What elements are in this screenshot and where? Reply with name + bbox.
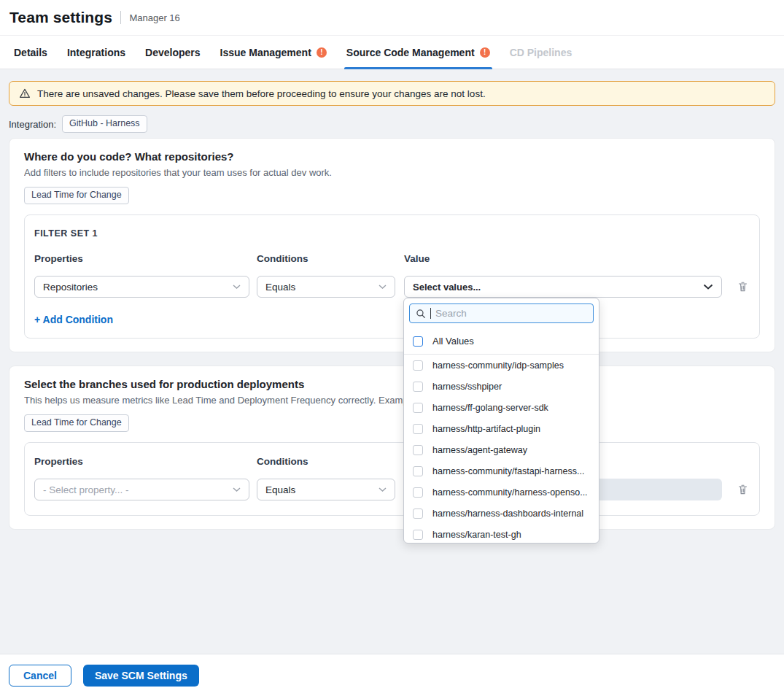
property-select[interactable]: - Select property... - (34, 479, 249, 500)
value-label: Value (404, 253, 722, 264)
repo-option[interactable]: harness/sshpiper (404, 376, 599, 397)
condition-select[interactable]: Equals (257, 276, 395, 298)
warning-badge-icon: ! (317, 47, 327, 58)
checkbox[interactable] (413, 445, 423, 455)
repo-option[interactable]: harness/harness-dashboards-internal (404, 503, 599, 524)
checkbox[interactable] (413, 530, 423, 540)
tab-details[interactable]: Details (14, 36, 47, 69)
repo-option-label: harness-community/idp-samples (432, 360, 564, 371)
properties-label: Properties (34, 456, 249, 467)
repo-option[interactable]: harness-community/harness-openso... (404, 482, 599, 503)
repo-option[interactable]: harness/ff-golang-server-sdk (404, 397, 599, 418)
tab-developers[interactable]: Developers (145, 36, 200, 69)
text-cursor (430, 308, 431, 319)
property-select-placeholder: - Select property... - (43, 484, 129, 495)
trash-icon (737, 281, 748, 293)
integration-chip[interactable]: GitHub - Harness (62, 115, 147, 133)
checkbox[interactable] (413, 466, 423, 476)
checkbox[interactable] (413, 382, 423, 392)
trash-icon (737, 484, 748, 495)
chevron-down-icon (233, 487, 241, 492)
tab-source-code-management[interactable]: Source Code Management ! (346, 36, 490, 69)
value-dropdown-panel: Search All Values harness-community/idp-… (403, 298, 599, 544)
repo-option-label: harness-community/fastapi-harness... (432, 466, 584, 476)
filter-set-1: FILTER SET 1 Properties Conditions Value… (24, 214, 760, 339)
save-scm-settings-button[interactable]: Save SCM Settings (83, 665, 199, 687)
chevron-down-icon (703, 284, 713, 290)
checkbox[interactable] (413, 509, 423, 519)
checkbox[interactable] (413, 487, 423, 498)
delete-filter-button[interactable] (735, 482, 750, 498)
repositories-card: Where do you code? What repositories? Ad… (9, 138, 775, 352)
tab-label: Source Code Management (346, 47, 475, 58)
chevron-down-icon (233, 285, 241, 290)
branches-card-title: Select the branches used for production … (24, 378, 760, 390)
add-condition-link[interactable]: + Add Condition (34, 314, 113, 325)
tab-label: Details (14, 47, 47, 58)
condition-select-value: Equals (265, 282, 295, 293)
footer-action-bar: Cancel Save SCM Settings (0, 654, 784, 696)
value-select-placeholder: Select values... (413, 282, 481, 293)
repo-option[interactable]: harness/karan-test-gh (404, 524, 599, 544)
tab-label: Developers (145, 47, 200, 58)
repositories-card-title: Where do you code? What repositories? (24, 150, 760, 163)
page-title: Team settings (9, 9, 112, 26)
checkbox[interactable] (413, 424, 423, 434)
tab-cd-pipelines: CD Pipelines (510, 36, 573, 69)
search-placeholder: Search (435, 308, 467, 319)
conditions-label: Conditions (257, 456, 395, 467)
integration-label: Integration: (9, 119, 56, 130)
dropdown-search-input[interactable]: Search (409, 303, 594, 323)
unsaved-changes-banner: There are unsaved changes. Please save t… (9, 81, 775, 106)
branches-card: Select the branches used for production … (9, 366, 775, 530)
branches-card-subtitle: This helps us measure metrics like Lead … (24, 395, 760, 406)
chevron-down-icon (379, 487, 387, 492)
property-select-value: Repositories (43, 282, 98, 293)
properties-label: Properties (34, 253, 249, 264)
repo-option[interactable]: harness-community/fastapi-harness... (404, 460, 599, 482)
repo-option-label: harness/agent-gateway (432, 445, 527, 455)
value-multiselect[interactable]: Select values... (404, 276, 722, 298)
banner-text: There are unsaved changes. Please save t… (37, 88, 486, 99)
filter-set-title: FILTER SET 1 (34, 228, 750, 239)
chevron-down-icon (379, 285, 387, 290)
tab-integrations[interactable]: Integrations (67, 36, 125, 69)
repo-option-label: harness-community/harness-openso... (432, 487, 588, 498)
repo-option-label: harness/harness-dashboards-internal (432, 509, 583, 519)
checkbox[interactable] (413, 403, 423, 413)
title-divider (120, 11, 122, 24)
warning-badge-icon: ! (480, 47, 490, 58)
lead-time-chip: Lead Time for Change (24, 187, 129, 204)
tab-issue-management[interactable]: Issue Management ! (220, 36, 327, 69)
all-values-option[interactable]: All Values (404, 328, 599, 355)
repo-option-label: harness/ff-golang-server-sdk (432, 403, 548, 413)
property-select[interactable]: Repositories (34, 276, 249, 298)
lead-time-chip: Lead Time for Change (24, 414, 129, 432)
repo-option[interactable]: harness/http-artifact-plugin (404, 418, 599, 439)
condition-select-value: Equals (265, 484, 295, 495)
checkbox[interactable] (413, 360, 423, 371)
condition-select[interactable]: Equals (257, 479, 395, 500)
repo-option-label: harness/http-artifact-plugin (432, 424, 540, 434)
search-icon (416, 309, 426, 319)
integration-row: Integration: GitHub - Harness (9, 116, 775, 132)
branches-filter-set: Properties Conditions - Select property.… (24, 442, 760, 516)
tab-label: CD Pipelines (510, 47, 573, 58)
checkbox-all-values[interactable] (413, 336, 423, 347)
delete-filter-button[interactable] (735, 279, 750, 295)
filter-labels-row: Properties Conditions (34, 456, 750, 467)
repositories-card-subtitle: Add filters to include repositories that… (24, 167, 760, 178)
filter-controls-row: - Select property... - Equals (34, 479, 750, 500)
repo-option[interactable]: harness/agent-gateway (404, 439, 599, 460)
filter-controls-row: Repositories Equals Select values... (34, 276, 750, 298)
repo-option-label: harness/karan-test-gh (432, 530, 521, 540)
all-values-label: All Values (432, 336, 474, 347)
repo-option-label: harness/sshpiper (432, 382, 502, 392)
conditions-label: Conditions (257, 253, 395, 264)
page-header: Team settings Manager 16 (0, 0, 784, 35)
tab-label: Integrations (67, 47, 125, 58)
team-name: Manager 16 (129, 12, 179, 23)
cancel-button[interactable]: Cancel (9, 665, 71, 687)
tab-label: Issue Management (220, 47, 311, 58)
repo-option[interactable]: harness-community/idp-samples (404, 355, 599, 376)
